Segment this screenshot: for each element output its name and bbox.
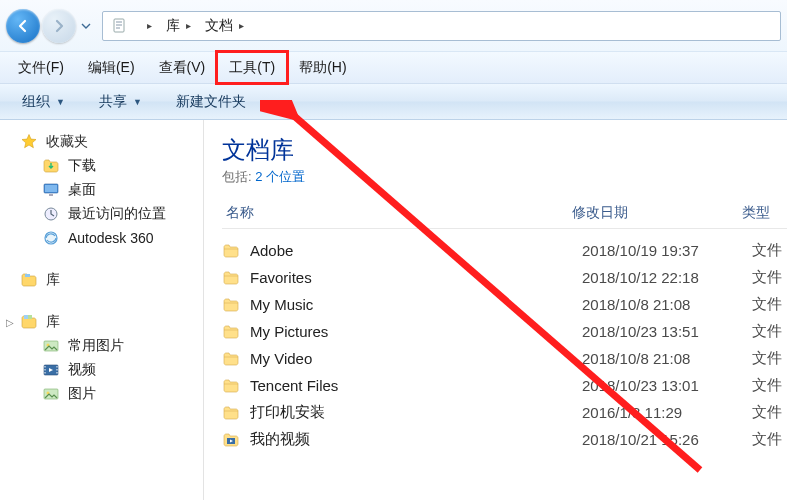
library-subtitle: 包括: 2 个位置	[222, 168, 787, 186]
file-row[interactable]: My Music2018/10/8 21:08文件	[222, 291, 787, 318]
sidebar-item-common-pictures[interactable]: 常用图片	[0, 334, 203, 358]
menu-tools[interactable]: 工具(T)	[217, 52, 287, 83]
column-type[interactable]: 类型	[742, 204, 787, 222]
sidebar-library-single[interactable]: 库	[0, 268, 203, 292]
file-type: 文件	[752, 268, 787, 287]
file-name: My Video	[250, 350, 582, 367]
column-headers: 名称 修改日期 类型	[222, 200, 787, 229]
menu-file[interactable]: 文件(F)	[6, 52, 76, 83]
column-name[interactable]: 名称	[222, 204, 572, 222]
folder-video-icon	[222, 431, 240, 449]
expander-icon[interactable]: ▷	[4, 316, 16, 328]
file-row[interactable]: Tencent Files2018/10/23 13:01文件	[222, 372, 787, 399]
file-row[interactable]: 我的视频2018/10/21 15:26文件	[222, 426, 787, 453]
content-pane: 文档库 包括: 2 个位置 名称 修改日期 类型 Adobe2018/10/19…	[204, 120, 787, 500]
svg-rect-3	[49, 194, 53, 196]
file-name: Tencent Files	[250, 377, 582, 394]
star-icon	[20, 133, 38, 151]
library-title: 文档库	[222, 134, 787, 166]
new-folder-button[interactable]: 新建文件夹	[164, 89, 258, 115]
file-date: 2018/10/8 21:08	[582, 350, 752, 367]
menu-label: 编辑(E)	[88, 59, 135, 77]
breadcrumb-current-label: 文档	[205, 17, 233, 35]
folder-icon	[222, 377, 240, 395]
sidebar-item-label: 视频	[68, 361, 96, 379]
sidebar-item-desktop[interactable]: 桌面	[0, 178, 203, 202]
folder-icon	[222, 242, 240, 260]
file-date: 2018/10/12 22:18	[582, 269, 752, 286]
file-type: 文件	[752, 430, 787, 449]
share-label: 共享	[99, 93, 127, 111]
breadcrumb-root[interactable]: 库 ▸	[158, 12, 197, 40]
autodesk-icon	[42, 229, 60, 247]
svg-rect-2	[45, 185, 57, 192]
column-date[interactable]: 修改日期	[572, 204, 742, 222]
breadcrumb-current[interactable]: 文档 ▸	[197, 12, 250, 40]
file-type: 文件	[752, 403, 787, 422]
file-name: Adobe	[250, 242, 582, 259]
sidebar-item-label: 常用图片	[68, 337, 124, 355]
file-date: 2018/10/21 15:26	[582, 431, 752, 448]
file-date: 2018/10/23 13:51	[582, 323, 752, 340]
file-row[interactable]: Favorites2018/10/12 22:18文件	[222, 264, 787, 291]
menu-label: 工具(T)	[229, 59, 275, 77]
organize-button[interactable]: 组织 ▼	[10, 89, 77, 115]
address-bar[interactable]: ▸ 库 ▸ 文档 ▸	[102, 11, 781, 41]
menu-label: 查看(V)	[159, 59, 206, 77]
history-dropdown[interactable]	[78, 12, 94, 40]
sidebar-favorites-header[interactable]: 收藏夹	[0, 130, 203, 154]
file-row[interactable]: Adobe2018/10/19 19:37文件	[222, 237, 787, 264]
file-type: 文件	[752, 295, 787, 314]
forward-button[interactable]	[42, 9, 76, 43]
nav-bar: ▸ 库 ▸ 文档 ▸	[0, 0, 787, 52]
sidebar-item-label: 图片	[68, 385, 96, 403]
recent-icon	[42, 205, 60, 223]
chevron-down-icon	[81, 23, 91, 29]
file-type: 文件	[752, 322, 787, 341]
videos-icon	[42, 361, 60, 379]
sidebar-item-label: 库	[46, 313, 60, 331]
sidebar-item-recent[interactable]: 最近访问的位置	[0, 202, 203, 226]
menu-bar: 文件(F) 编辑(E) 查看(V) 工具(T) 帮助(H)	[0, 52, 787, 84]
sidebar-item-pictures[interactable]: 图片	[0, 382, 203, 406]
share-button[interactable]: 共享 ▼	[87, 89, 154, 115]
file-name: 打印机安装	[250, 403, 582, 422]
file-list: Adobe2018/10/19 19:37文件Favorites2018/10/…	[222, 237, 787, 453]
include-prefix: 包括:	[222, 169, 252, 184]
file-row[interactable]: My Video2018/10/8 21:08文件	[222, 345, 787, 372]
libraries-icon	[20, 313, 38, 331]
file-row[interactable]: My Pictures2018/10/23 13:51文件	[222, 318, 787, 345]
sidebar-item-label: 最近访问的位置	[68, 205, 166, 223]
menu-edit[interactable]: 编辑(E)	[76, 52, 147, 83]
chevron-down-icon: ▼	[133, 97, 142, 107]
sidebar-item-autodesk[interactable]: Autodesk 360	[0, 226, 203, 250]
sidebar-item-label: Autodesk 360	[68, 230, 154, 246]
breadcrumb-arrow-root[interactable]: ▸	[133, 12, 158, 40]
file-name: My Pictures	[250, 323, 582, 340]
file-name: 我的视频	[250, 430, 582, 449]
sidebar-item-label: 库	[46, 271, 60, 289]
download-icon	[42, 157, 60, 175]
back-button[interactable]	[6, 9, 40, 43]
document-icon	[111, 17, 129, 35]
svg-rect-6	[25, 274, 30, 277]
include-locations-link[interactable]: 2 个位置	[255, 169, 305, 184]
file-row[interactable]: 打印机安装2016/1/8 11:29文件	[222, 399, 787, 426]
sidebar-item-videos[interactable]: 视频	[0, 358, 203, 382]
menu-help[interactable]: 帮助(H)	[287, 52, 358, 83]
menu-label: 帮助(H)	[299, 59, 346, 77]
sidebar-libraries-header[interactable]: ▷ 库	[0, 310, 203, 334]
arrow-left-icon	[15, 18, 31, 34]
menu-view[interactable]: 查看(V)	[147, 52, 218, 83]
file-date: 2018/10/19 19:37	[582, 242, 752, 259]
svg-rect-7	[24, 315, 28, 319]
chevron-right-icon: ▸	[239, 20, 244, 31]
sidebar-item-downloads[interactable]: 下载	[0, 154, 203, 178]
pictures2-icon	[42, 385, 60, 403]
library-icon	[20, 271, 38, 289]
file-type: 文件	[752, 241, 787, 260]
file-date: 2018/10/8 21:08	[582, 296, 752, 313]
pictures-icon	[42, 337, 60, 355]
sidebar-item-label: 桌面	[68, 181, 96, 199]
file-date: 2016/1/8 11:29	[582, 404, 752, 421]
